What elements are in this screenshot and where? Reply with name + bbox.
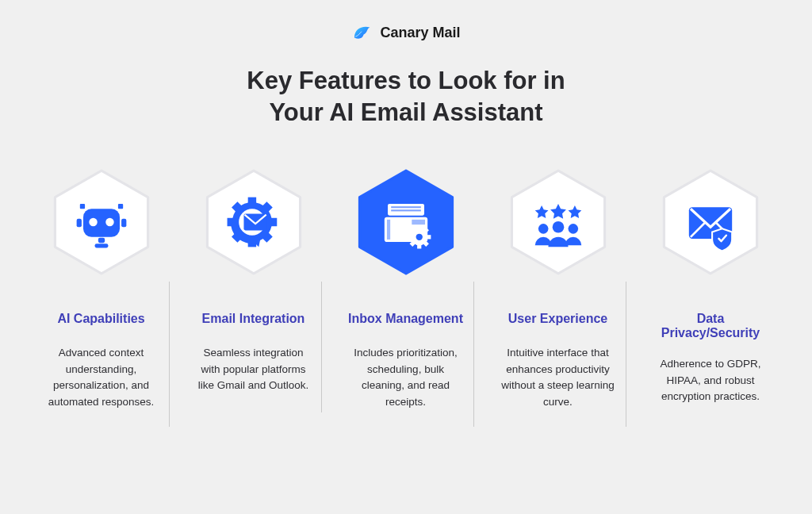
title-line-2: Your AI Email Assistant <box>269 98 542 126</box>
feature-text: Inbox Management Includes prioritization… <box>338 282 474 428</box>
feature-user-experience: User Experience Intuitive interface that… <box>482 163 634 428</box>
feature-desc: Includes prioritization, scheduling, bul… <box>344 345 467 412</box>
canary-logo-icon <box>351 22 372 43</box>
title-line-1: Key Features to Look for in <box>247 67 565 94</box>
users-stars-icon <box>503 163 614 282</box>
feature-title: AI Capabilities <box>57 312 144 329</box>
gear-mail-icon <box>198 163 309 282</box>
feature-title: Inbox Management <box>348 312 463 329</box>
mail-shield-icon <box>655 163 766 282</box>
feature-title: Email Integration <box>202 312 305 329</box>
robot-icon <box>46 163 157 282</box>
feature-ai-capabilities: AI Capabilities Advanced context underst… <box>25 163 178 428</box>
feature-title: User Experience <box>508 312 607 329</box>
feature-text: Data Privacy/Security Adherence to GDPR,… <box>642 282 779 422</box>
feature-text: AI Capabilities Advanced context underst… <box>33 282 170 428</box>
brand-name: Canary Mail <box>380 25 460 41</box>
feature-desc: Advanced context understanding, personal… <box>40 345 163 412</box>
feature-text: Email Integration Seamless integration w… <box>186 282 322 412</box>
feature-title: Data Privacy/Security <box>649 312 772 340</box>
page-title: Key Features to Look for in Your AI Emai… <box>247 65 565 129</box>
feature-desc: Intuitive interface that enhances produc… <box>496 345 619 412</box>
feature-email-integration: Email Integration Seamless integration w… <box>178 163 330 428</box>
feature-desc: Seamless integration with popular platfo… <box>192 345 315 395</box>
feature-inbox-management: Inbox Management Includes prioritization… <box>330 163 482 428</box>
brand-header: Canary Mail <box>351 22 460 43</box>
feature-desc: Adherence to GDPR, HIPAA, and robust enc… <box>649 356 772 406</box>
inbox-gear-icon <box>350 163 462 282</box>
feature-data-privacy-security: Data Privacy/Security Adherence to GDPR,… <box>634 163 787 428</box>
feature-text: User Experience Intuitive interface that… <box>490 282 626 428</box>
features-row: AI Capabilities Advanced context underst… <box>0 163 812 428</box>
